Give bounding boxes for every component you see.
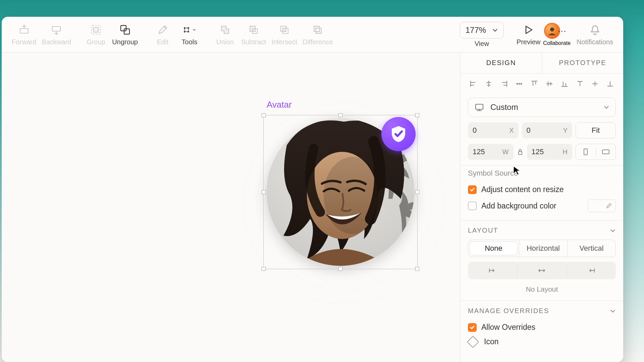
layout-horizontal-button[interactable]: Horizontal bbox=[519, 240, 567, 257]
align-vcenter-button[interactable] bbox=[542, 78, 556, 89]
zoom-dropdown[interactable]: 177% bbox=[460, 22, 504, 39]
orientation-toggle[interactable] bbox=[576, 144, 616, 160]
align-left-button[interactable] bbox=[467, 78, 481, 89]
resize-handle[interactable] bbox=[262, 113, 266, 117]
chevron-down-icon bbox=[603, 104, 609, 110]
forward-button[interactable]: Forward bbox=[9, 19, 39, 50]
intersect-button[interactable]: Intersect bbox=[269, 19, 300, 50]
align-top2-button[interactable] bbox=[573, 78, 587, 89]
group-button[interactable]: Group bbox=[83, 19, 109, 50]
resize-handle[interactable] bbox=[338, 267, 342, 271]
portrait-button[interactable] bbox=[576, 144, 596, 160]
svg-point-23 bbox=[517, 83, 518, 84]
bell-icon bbox=[589, 23, 601, 36]
layout-align-center[interactable] bbox=[517, 262, 566, 279]
svg-point-9 bbox=[184, 31, 185, 32]
play-icon bbox=[522, 23, 535, 36]
align-hcenter-button[interactable] bbox=[482, 78, 496, 89]
svg-rect-28 bbox=[584, 149, 587, 155]
no-layout-label: No Layout bbox=[468, 279, 616, 295]
checkbox-icon bbox=[468, 323, 477, 332]
eyedropper-icon bbox=[604, 201, 613, 210]
svg-point-19 bbox=[550, 27, 554, 32]
selection-box bbox=[263, 115, 418, 269]
selection-label[interactable]: Avatar bbox=[267, 100, 292, 110]
edit-button[interactable]: Edit bbox=[149, 19, 176, 50]
checkbox-icon bbox=[468, 201, 477, 210]
chevron-down-icon bbox=[193, 27, 196, 33]
layout-align-end[interactable] bbox=[567, 262, 616, 279]
difference-button[interactable]: Difference bbox=[300, 19, 336, 50]
layout-vertical-button[interactable]: Vertical bbox=[568, 240, 615, 257]
override-icon-row[interactable]: Icon bbox=[468, 335, 616, 349]
layout-section-header[interactable]: LAYOUT bbox=[461, 221, 623, 240]
edit-label: Edit bbox=[157, 38, 168, 46]
pencil-icon bbox=[156, 23, 169, 36]
collaborator-avatar[interactable]: ··· bbox=[544, 23, 560, 39]
subtract-icon bbox=[247, 23, 260, 36]
svg-rect-1 bbox=[52, 26, 60, 31]
background-color-checkbox[interactable]: Add background color bbox=[468, 197, 616, 215]
x-field[interactable]: 0X bbox=[468, 122, 519, 138]
y-field[interactable]: 0Y bbox=[522, 122, 573, 138]
overrides-section-header[interactable]: MANAGE OVERRIDES bbox=[461, 301, 623, 320]
selected-artboard[interactable] bbox=[263, 115, 418, 269]
landscape-button[interactable] bbox=[596, 144, 616, 160]
subtract-button[interactable]: Subtract bbox=[238, 19, 269, 50]
align-right-button[interactable] bbox=[497, 78, 511, 89]
zoom-value: 177% bbox=[466, 25, 486, 35]
align-middle-button[interactable] bbox=[588, 78, 602, 89]
difference-label: Difference bbox=[303, 38, 333, 46]
more-dots-icon[interactable]: ··· bbox=[558, 26, 567, 36]
preview-button[interactable]: Preview bbox=[514, 19, 543, 50]
width-field[interactable]: 125W bbox=[468, 144, 514, 160]
app-window: Forward Backward Group Ungroup bbox=[2, 17, 623, 362]
svg-rect-27 bbox=[519, 152, 522, 155]
tab-prototype[interactable]: PROTOTYPE bbox=[542, 53, 623, 73]
preview-label: Preview bbox=[517, 38, 540, 46]
svg-point-24 bbox=[519, 83, 520, 84]
artboard-preset-dropdown[interactable]: Custom bbox=[468, 98, 616, 117]
backward-button[interactable]: Backward bbox=[39, 19, 74, 50]
ungroup-button[interactable]: Ungroup bbox=[109, 19, 141, 50]
forward-label: Forward bbox=[12, 38, 36, 46]
tools-icon bbox=[183, 23, 196, 36]
checkbox-icon bbox=[468, 185, 477, 194]
layout-align-start[interactable] bbox=[468, 262, 517, 279]
color-swatch[interactable] bbox=[588, 199, 616, 212]
group-label: Group bbox=[87, 38, 105, 46]
layout-align-segmented[interactable] bbox=[468, 262, 616, 279]
tab-design[interactable]: DESIGN bbox=[461, 53, 542, 73]
lock-aspect-button[interactable] bbox=[517, 148, 524, 155]
layout-none-button[interactable]: None bbox=[470, 241, 518, 255]
tools-button[interactable]: Tools bbox=[176, 19, 203, 50]
svg-point-7 bbox=[184, 27, 185, 28]
group-icon bbox=[90, 23, 102, 36]
resize-handle[interactable] bbox=[262, 267, 266, 271]
preset-value: Custom bbox=[490, 103, 518, 112]
notifications-button[interactable]: Notifications bbox=[574, 19, 616, 50]
canvas[interactable]: Avatar bbox=[2, 53, 460, 362]
symbol-source-title: Symbol Source bbox=[468, 169, 616, 178]
resize-handle[interactable] bbox=[415, 190, 419, 194]
height-field[interactable]: 125H bbox=[527, 144, 573, 160]
svg-rect-26 bbox=[476, 104, 483, 109]
union-button[interactable]: Union bbox=[212, 19, 238, 50]
svg-rect-5 bbox=[124, 29, 129, 34]
svg-rect-15 bbox=[283, 28, 286, 32]
resize-handle[interactable] bbox=[262, 190, 266, 194]
svg-point-8 bbox=[188, 27, 189, 28]
bring-forward-icon bbox=[18, 23, 31, 36]
adjust-content-checkbox[interactable]: Adjust content on resize bbox=[468, 182, 616, 197]
resize-handle[interactable] bbox=[415, 267, 419, 271]
resize-handle[interactable] bbox=[415, 113, 419, 117]
align-bottom2-button[interactable] bbox=[603, 78, 617, 89]
allow-overrides-checkbox[interactable]: Allow Overrides bbox=[468, 320, 616, 335]
symbol-diamond-icon bbox=[467, 336, 479, 348]
distribute-h-button[interactable] bbox=[512, 78, 526, 89]
layout-direction-segmented[interactable]: None Horizontal Vertical bbox=[468, 240, 616, 257]
align-top-button[interactable] bbox=[527, 78, 541, 89]
resize-handle[interactable] bbox=[338, 113, 342, 117]
align-bottom-button[interactable] bbox=[557, 78, 572, 89]
fit-button[interactable]: Fit bbox=[576, 122, 616, 138]
